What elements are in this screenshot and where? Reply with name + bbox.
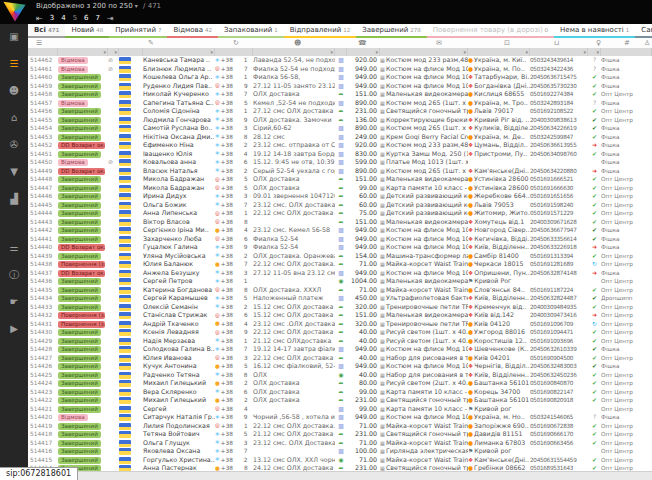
phone-cell[interactable]: ✳+383 xyxy=(215,192,253,200)
funnel-icon[interactable]: ▼ xyxy=(10,167,18,177)
tab-Самовивіз[interactable]: Самовивіз2 xyxy=(635,24,652,38)
phone-cell[interactable]: ◎+383 xyxy=(215,354,253,362)
order-row[interactable]: 514438Повернення (з..Юлия Баланюк●+38722… xyxy=(28,260,652,269)
order-row[interactable]: 514418ЗавершенийТетяна Войтович✳+38521.1… xyxy=(28,430,652,439)
order-row[interactable]: 514423ЗавершенийВера Скляренко✳+386ОЛХ д… xyxy=(28,388,652,397)
phone-cell[interactable]: ✳+381 xyxy=(215,337,253,345)
order-row[interactable]: 514453ЗавершенийНікітіна Оксана Дми..✳+3… xyxy=(28,133,652,142)
clients-icon[interactable]: ☻ xyxy=(9,86,19,96)
phone-cell[interactable]: ✳+387 xyxy=(215,447,253,455)
order-row[interactable]: 514458ЗавершенийНиколай Кучеренко✳+387ОЛ… xyxy=(28,90,652,99)
tab-Завершений[interactable]: Завершений278 xyxy=(356,24,427,38)
order-row[interactable]: 514419ЗавершенийЛилия Подолинская◎+38122… xyxy=(28,422,652,431)
filter-caret-icon[interactable]: ▾ xyxy=(114,48,117,56)
filter-cell[interactable]: ▾ xyxy=(108,48,119,56)
phone-cell[interactable]: ◎+385 xyxy=(215,99,253,107)
client-column-icon[interactable]: ☻ xyxy=(294,38,301,48)
order-row[interactable]: 514452DD Возврат ок..Єфименко Ніна✳+3822… xyxy=(28,141,652,150)
phone-cell[interactable]: ●+385 xyxy=(215,362,253,370)
order-row[interactable]: 514415ЗавершенийГоргулько Христина..✳+38… xyxy=(28,456,652,465)
stats-icon[interactable]: ▟ xyxy=(10,194,18,204)
delivery-point-icon[interactable]: ♀ xyxy=(596,38,601,48)
order-row[interactable]: 514462Відмова⊘Каневська Тамара ..✳+381Ла… xyxy=(28,56,652,65)
order-row[interactable]: 514446ЗавершенийИрина Дидух✳+38309.01 зв… xyxy=(28,192,652,201)
cart-icon[interactable]: ✇ xyxy=(10,140,18,150)
phone-cell[interactable]: ◎+389 xyxy=(215,82,253,90)
tab-Запакований[interactable]: Запакований1 xyxy=(218,24,284,38)
phone-column-icon[interactable]: ☎ xyxy=(358,38,367,48)
order-row[interactable]: 514461Відмова⊘Близнюк Людмила ..◎+387Фиа… xyxy=(28,65,652,74)
tab-Нема в наявності[interactable]: Нема в наявності1 xyxy=(554,24,635,38)
order-row[interactable]: 514437DD Возврат ок..Анжела Безушку✳+383… xyxy=(28,269,652,278)
filter-cell[interactable] xyxy=(601,48,652,56)
phone-cell[interactable]: ✳+382 xyxy=(215,456,253,464)
phone-cell[interactable]: ✳+387 xyxy=(215,90,253,98)
order-row[interactable]: 514450Відмова⊘Ковальова анна✳+38615.12. … xyxy=(28,158,652,167)
filter-caret-icon[interactable]: ▾ xyxy=(525,48,528,56)
phone-cell[interactable]: ◎+386 xyxy=(215,311,253,319)
phone-cell[interactable]: ✳+383 xyxy=(215,124,253,132)
phone-cell[interactable]: ◎+381 xyxy=(215,422,253,430)
order-row[interactable]: 514421ЗавершенийСергей◎+384▥99.00▦Карта … xyxy=(28,405,652,414)
order-row[interactable]: 514416ЗавершенийЯковлева Оксана✳+387▥100… xyxy=(28,447,652,456)
info-icon[interactable]: ⓘ xyxy=(9,270,19,280)
per-page-dropdown-icon[interactable]: ▾ xyxy=(135,2,138,9)
phone-cell[interactable]: ✳+383 xyxy=(215,269,253,277)
phone-cell[interactable]: ✳+388 xyxy=(215,371,253,379)
phone-cell[interactable]: ✳+386 xyxy=(215,158,253,166)
filter-cell[interactable]: ▾ xyxy=(347,48,380,56)
screen-icon[interactable]: ▣ xyxy=(9,32,18,42)
payment-column-icon[interactable]: ⊡ xyxy=(504,38,510,48)
order-row[interactable]: 514460ЗавершенийКошелева Ольга Ар..✳+381… xyxy=(28,73,652,82)
filter-cell[interactable]: ▾ xyxy=(58,48,108,56)
filter-cell[interactable]: ▾ xyxy=(530,48,588,56)
order-row[interactable]: 514456ЗавершенийСоломія Сідоніна✳+38127.… xyxy=(28,107,652,116)
phone-cell[interactable]: ●+384 xyxy=(215,226,253,234)
hand-icon[interactable]: ☛ xyxy=(10,297,19,307)
page-4[interactable]: 4 xyxy=(61,14,65,22)
products-column-icon[interactable]: ⊔ xyxy=(554,38,559,48)
order-row[interactable]: 514426ЗавершенийКучук Антонина●+38516.12… xyxy=(28,362,652,371)
order-row[interactable]: 514451ЗавершенийІващенко Юлія✳+38419.12 … xyxy=(28,150,652,159)
first-page-icon[interactable]: ⇤ xyxy=(36,14,43,23)
order-row[interactable]: 514420ВідмоваСитарчук Наталія Гр..✳+389Ч… xyxy=(28,413,652,422)
comment-bubble-icon[interactable]: ✉ xyxy=(436,38,442,48)
phone-cell[interactable]: ◎+386 xyxy=(215,235,253,243)
phone-cell[interactable]: ✳+389 xyxy=(215,413,253,421)
last-page-icon[interactable]: ⇥ xyxy=(107,14,114,23)
phone-cell[interactable]: ✳+387 xyxy=(215,201,253,209)
order-row[interactable]: 514443ЗавершенийВіктор Власов◎+388➦151.0… xyxy=(28,218,652,227)
phone-cell[interactable]: ✳+385 xyxy=(215,294,253,302)
tab-Відмова[interactable]: Відмова42 xyxy=(167,24,218,38)
filter-cell[interactable] xyxy=(215,48,253,56)
order-row[interactable]: 514436ЗавершенийСергей Петров✳+381◉1004.… xyxy=(28,277,652,286)
order-row[interactable]: 514442ЗавершенийСергієнко Іріна Ми..●+38… xyxy=(28,226,652,235)
phone-cell[interactable]: ✳+382 xyxy=(215,252,253,260)
order-row[interactable]: 514424ЗавершенийМихаил Гилецький●+382ОЛХ… xyxy=(28,379,652,388)
filter-caret-icon[interactable]: ▾ xyxy=(596,48,599,56)
phone-cell[interactable]: ✳+384 xyxy=(215,150,253,158)
phone-cell[interactable]: ✳+383 xyxy=(215,439,253,447)
tab-Відправлений[interactable]: Відправлений12 xyxy=(284,24,356,38)
tab-Повернення товару (в дорозі)[interactable]: Повернення товару (в дорозі)0 xyxy=(427,24,554,38)
edit-list-icon[interactable]: ✎ xyxy=(148,38,154,48)
order-row[interactable]: 514422ЗавершенийМихаил Гилецький●+382ОЛХ… xyxy=(28,396,652,405)
phone-cell[interactable]: ✳+386 xyxy=(215,388,253,396)
sliders-icon[interactable]: ⚌ xyxy=(10,243,19,253)
filter-cell[interactable] xyxy=(28,48,58,56)
phone-cell[interactable]: ✳+385 xyxy=(215,430,253,438)
order-row[interactable]: 514432Повернення (з..Станіслав Стрижак◎+… xyxy=(28,311,652,320)
phone-cell[interactable]: ◎+381 xyxy=(215,209,253,217)
order-row[interactable]: 514457ВідмоваСапегина Татьяна С..◎+385Ке… xyxy=(28,99,652,108)
page-6[interactable]: 6 xyxy=(84,14,88,22)
phone-cell[interactable]: ◎+388 xyxy=(215,286,253,294)
filter-caret-icon[interactable]: ▾ xyxy=(330,48,333,56)
phone-cell[interactable]: ✳+382 xyxy=(215,167,253,175)
order-row[interactable]: 514439ЗавершенийУляна Мусійовська✳+382ОЛ… xyxy=(28,252,652,261)
filter-caret-icon[interactable]: ▾ xyxy=(583,48,586,56)
tab-Прийнятий[interactable]: Прийнятий7 xyxy=(109,24,167,38)
tab-Новий[interactable]: Новий48 xyxy=(65,24,109,38)
phone-cell[interactable]: ✳+381 xyxy=(215,277,253,285)
phone-cell[interactable]: ✳+389 xyxy=(215,243,253,251)
filter-cell[interactable] xyxy=(119,48,143,56)
